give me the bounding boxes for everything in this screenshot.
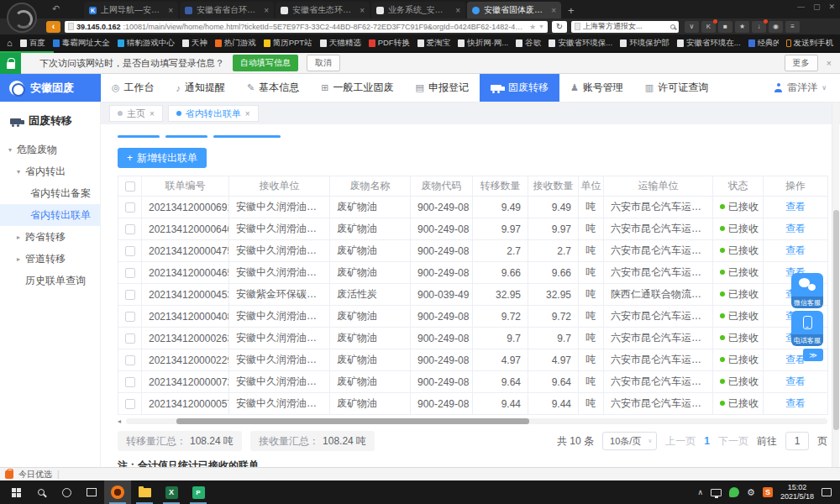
bookmark-item[interactable]: 环境保护部 xyxy=(620,38,669,49)
bookmark-item[interactable]: 爱淘宝 xyxy=(417,38,451,49)
scroll-left-icon[interactable]: ◂ xyxy=(118,418,121,425)
bookmark-item[interactable]: PDF转换 xyxy=(369,38,410,49)
taskbar-pdf-icon[interactable]: P xyxy=(185,480,212,504)
row-checkbox[interactable] xyxy=(125,355,135,365)
sidebar-item[interactable]: 省内转出备案 xyxy=(0,182,100,204)
next-page-button[interactable]: 下一页 xyxy=(718,434,748,449)
home-icon[interactable]: ⌂ xyxy=(7,38,13,48)
taskbar-browser-icon[interactable] xyxy=(104,480,131,504)
table-row[interactable]: 2021341200002632安徽中久润滑油有限公司废矿物油900-249-0… xyxy=(118,328,828,349)
bookmark-item[interactable]: 热门游戏 xyxy=(215,38,256,49)
search-icon[interactable] xyxy=(670,24,675,29)
maximize-icon[interactable]: ▢ xyxy=(813,3,821,11)
row-checkbox[interactable] xyxy=(125,268,135,278)
bookmark-item[interactable]: 快折网·网... xyxy=(458,38,508,49)
scrollbar-thumb[interactable] xyxy=(176,418,529,424)
display-icon[interactable] xyxy=(711,489,722,496)
bookmark-item[interactable]: 简历PPT站 xyxy=(264,38,312,49)
hidden-icons-chevron[interactable]: ∧ xyxy=(697,488,703,496)
sidebar-item[interactable]: 历史联单查询 xyxy=(0,270,100,291)
nav-item-industrial-waste[interactable]: ⊞一般工业固废 xyxy=(310,74,404,102)
start-button[interactable] xyxy=(3,480,29,504)
horizontal-scrollbar[interactable]: ◂ xyxy=(118,418,827,425)
table-row[interactable]: 2021341200006919安徽中久润滑油有限公司废矿物油900-249-0… xyxy=(118,197,828,218)
url-field[interactable]: 39.145.0.162 :10081/main/view/home/home.… xyxy=(65,21,548,33)
back-button[interactable]: ‹ xyxy=(46,21,60,33)
menu-icon[interactable]: ≡ xyxy=(785,21,800,33)
tab-close-icon[interactable]: × xyxy=(168,6,173,15)
bookmark-item[interactable]: 安徽省环境在... xyxy=(677,38,741,49)
view-link[interactable]: 查看 xyxy=(785,397,806,409)
nav-item-declaration[interactable]: ▤申报登记 xyxy=(405,74,480,102)
prev-page-button[interactable]: 上一页 xyxy=(665,434,696,449)
autofill-cancel-button[interactable]: 取消 xyxy=(307,55,340,71)
browser-tab[interactable]: 安徽省生态环境厅× xyxy=(276,2,370,18)
add-manifest-button[interactable]: + 新增转出联单 xyxy=(118,148,207,168)
table-row[interactable]: 2021341200004084安徽中久润滑油有限公司废矿物油900-249-0… xyxy=(118,306,828,328)
table-row[interactable]: 2021341200004531安徽紫金环保碳业有限公司废活性炭900-039-… xyxy=(118,284,828,306)
dropdown-icon[interactable]: ∨ xyxy=(685,21,699,33)
view-link[interactable]: 查看 xyxy=(785,375,806,387)
current-page-button[interactable]: 1 xyxy=(704,435,710,447)
table-row[interactable]: 2021341200002291安徽中久润滑油有限公司废矿物油900-249-0… xyxy=(118,349,828,371)
game-icon[interactable]: ◉ xyxy=(769,21,783,33)
browser-tab[interactable]: 业务系统_安徽省生...× xyxy=(371,2,465,18)
autofill-confirm-button[interactable]: 自动填写信息 xyxy=(233,55,298,71)
download-icon[interactable]: ↓ xyxy=(752,21,766,33)
browser-tab[interactable]: K上网导航—安全快捷...× xyxy=(84,2,178,18)
tab-close-icon[interactable]: × xyxy=(245,109,250,118)
bookmark-item[interactable]: 猎豹游戏中心 xyxy=(118,38,175,49)
taskbar-excel-icon[interactable]: X xyxy=(158,480,185,504)
sidebar-item[interactable]: ▸跨省转移 xyxy=(0,226,100,248)
page-tab-home[interactable]: 主页 × xyxy=(109,105,163,122)
new-tab-button[interactable]: + xyxy=(563,4,581,18)
nav-item-notification[interactable]: ♪通知提醒 xyxy=(165,74,237,102)
row-checkbox[interactable] xyxy=(125,312,135,322)
view-link[interactable]: 查看 xyxy=(785,223,806,234)
undo-arrow-icon[interactable]: ↶ xyxy=(52,3,60,14)
row-checkbox[interactable] xyxy=(125,224,135,234)
scrollbar-thumb[interactable] xyxy=(833,210,839,430)
vertical-scrollbar[interactable] xyxy=(832,102,839,467)
table-row[interactable]: 2021341200004656安徽中久润滑油有限公司废矿物油900-249-0… xyxy=(118,262,828,284)
nav-item-basic-info[interactable]: ✎基本信息 xyxy=(236,74,310,102)
minimize-icon[interactable]: — xyxy=(797,3,805,11)
favorites-icon[interactable]: ★ xyxy=(735,21,749,33)
action-center-icon[interactable] xyxy=(822,488,832,496)
notification-close-icon[interactable]: × xyxy=(827,58,832,68)
tab-close-icon[interactable]: × xyxy=(360,6,365,15)
page-tab-manifest[interactable]: 省内转出联单 × xyxy=(168,105,259,122)
sidebar-item[interactable]: ▸管道转移 xyxy=(0,248,100,270)
close-icon[interactable]: ✕ xyxy=(828,3,835,11)
table-row[interactable]: 2021341200000728安徽中久润滑油有限公司废矿物油900-249-0… xyxy=(118,371,828,393)
browser-tab[interactable]: 安徽省固体废物管理× xyxy=(467,2,561,18)
row-checkbox[interactable] xyxy=(125,246,135,256)
send-to-phone-button[interactable]: 发送到手机 xyxy=(786,38,834,49)
sidebar-item[interactable]: 省内转出联单 xyxy=(0,204,100,226)
more-button[interactable]: 更多 xyxy=(785,55,818,71)
wechat-service-button[interactable]: 微信客服 xyxy=(791,273,823,308)
sidebar-item[interactable]: ▾危险废物 xyxy=(0,139,100,160)
bookmark-item[interactable]: 谷歌 xyxy=(516,38,541,49)
taskbar-clock[interactable]: 15:02 2021/5/18 xyxy=(780,483,814,501)
bookmark-item[interactable]: 毒霸网址大全 xyxy=(53,38,110,49)
bookmark-item[interactable]: 天神 xyxy=(182,38,207,49)
nav-item-waste-transfer[interactable]: 固废转移 xyxy=(480,74,559,102)
daily-picks-label[interactable]: 今日优选 xyxy=(18,469,52,480)
select-all-checkbox[interactable] xyxy=(125,181,135,192)
tab-close-icon[interactable]: × xyxy=(264,6,269,15)
sogou-tray-icon[interactable]: S xyxy=(763,487,773,497)
page-size-select[interactable]: 10条/页 ∨ xyxy=(602,432,657,450)
refresh-button[interactable]: ↻ xyxy=(552,21,567,33)
nav-item-account[interactable]: ♟账号管理 xyxy=(559,74,634,102)
taskbar-file-explorer-icon[interactable] xyxy=(131,480,158,504)
row-checkbox[interactable] xyxy=(125,333,135,344)
table-row[interactable]: 2021341200000577安徽中久润滑油有限公司废矿物油900-249-0… xyxy=(118,393,828,415)
nav-item-license[interactable]: ▥许可证查询 xyxy=(634,74,719,102)
wechat-tray-icon[interactable] xyxy=(729,487,739,497)
nav-item-workbench[interactable]: ◎工作台 xyxy=(101,74,165,102)
bookmark-item[interactable]: 安徽省环境保... xyxy=(549,38,612,49)
tab-close-icon[interactable]: × xyxy=(551,6,556,15)
view-link[interactable]: 查看 xyxy=(785,244,806,256)
tab-close-icon[interactable]: × xyxy=(150,109,155,118)
